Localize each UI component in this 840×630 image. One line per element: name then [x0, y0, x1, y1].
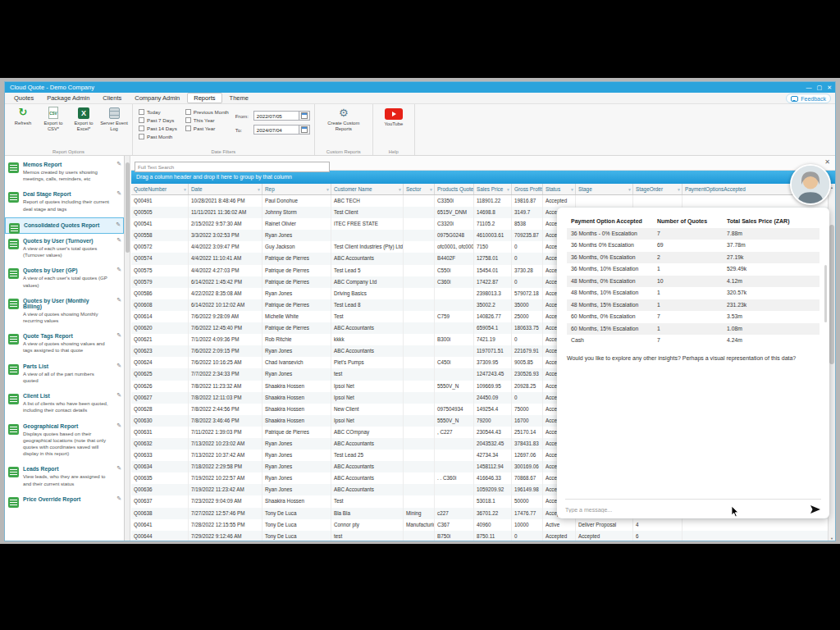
filter-funnel-icon[interactable]: ▼	[570, 184, 574, 194]
ribbon-button-export-to-csv[interactable]: CSVExport to CSV*	[39, 107, 67, 132]
sidebar-item-quotes-by-user-monthly-billing[interactable]: Quotes by User (Monthly Billing)✎A view …	[5, 294, 124, 329]
edit-pencil-icon[interactable]: ✎	[116, 332, 121, 339]
create-custom-reports-button[interactable]: ⚙ Create Custom Reports	[319, 107, 368, 132]
sidebar-item-geographical-report[interactable]: Geographical Report✎Displays quotes base…	[5, 419, 124, 463]
group-by-bar[interactable]: Drag a column header and drop it here to…	[131, 171, 835, 184]
table-cell: Q00635	[131, 472, 189, 484]
to-calendar-button[interactable]	[299, 125, 310, 135]
column-header-stageorder[interactable]: StageOrder▼	[633, 184, 682, 194]
from-date-input[interactable]: 2022/07/05	[253, 111, 299, 121]
close-icon[interactable]: ✕	[827, 82, 832, 93]
filter-funnel-icon[interactable]: ▼	[506, 184, 510, 194]
sidebar-item-quote-tags-report[interactable]: Quote Tags Report✎A view of quotes showi…	[5, 329, 124, 358]
filter-funnel-icon[interactable]: ▼	[398, 184, 402, 194]
sidebar-scrollbar[interactable]	[125, 156, 130, 541]
menu-tab-theme[interactable]: Theme	[224, 94, 254, 103]
filter-checkbox-past-month[interactable]: Past Month	[139, 134, 177, 139]
sidebar-item-parts-list[interactable]: Parts List✎A view of all of the part num…	[5, 359, 124, 389]
from-calendar-button[interactable]	[299, 111, 310, 121]
ribbon-button-refresh[interactable]: ↻Refresh	[9, 107, 37, 132]
sidebar-item-price-override-report[interactable]: Price Override Report✎	[5, 492, 124, 507]
sidebar-item-quotes-by-user-gp[interactable]: Quotes by User (GP)✎A view of each user'…	[5, 263, 124, 293]
edit-pencil-icon[interactable]: ✎	[116, 363, 121, 369]
sidebar-item-quotes-by-user-turnover[interactable]: Quotes by User (Turnover)✎A view of each…	[5, 234, 124, 263]
edit-pencil-icon[interactable]: ✎	[116, 221, 121, 228]
sidebar-item-memos-report[interactable]: Memos Report✎Memos created by users show…	[5, 158, 124, 187]
youtube-button[interactable]: YouTube	[377, 107, 410, 127]
filter-funnel-icon[interactable]: ▼	[628, 184, 632, 194]
filter-checkbox-previous-month[interactable]: Previous Month	[185, 109, 229, 115]
column-header-date[interactable]: Date▼	[189, 184, 262, 194]
column-header-gross-profit[interactable]: Gross Profit▼	[512, 184, 543, 194]
filter-checkbox-past-year[interactable]: Past Year	[185, 126, 229, 131]
to-date-input[interactable]: 2024/07/04	[253, 125, 299, 135]
table-row[interactable]: Q006447/29/2022 9:12:46 AMTony De Lucate…	[131, 531, 828, 541]
edit-pencil-icon[interactable]: ✎	[116, 267, 121, 273]
table-cell	[404, 207, 435, 218]
minimize-icon[interactable]: —	[806, 82, 812, 93]
edit-pencil-icon[interactable]: ✎	[116, 237, 121, 244]
chat-message-input[interactable]	[565, 507, 808, 513]
edit-pencil-icon[interactable]: ✎	[116, 297, 121, 304]
column-header-stage[interactable]: Stage▼	[576, 184, 633, 194]
table-cell: Test Lead 8	[331, 299, 404, 311]
send-message-icon[interactable]	[808, 504, 821, 514]
edit-pencil-icon[interactable]: ✎	[116, 422, 121, 429]
filter-funnel-icon[interactable]: ▼	[429, 184, 433, 194]
edit-pencil-icon[interactable]: ✎	[116, 161, 121, 167]
menu-tab-quotes[interactable]: Quotes	[8, 94, 39, 103]
filter-checkbox-past-14-days[interactable]: Past 14 Days	[139, 126, 177, 131]
chat-input-row	[565, 499, 821, 514]
filter-funnel-icon[interactable]: ▼	[537, 184, 541, 194]
table-cell: 70868.67	[512, 472, 543, 484]
filter-funnel-icon[interactable]: ▼	[468, 184, 472, 194]
sidebar-scroll-thumb[interactable]	[126, 162, 130, 253]
edit-pencil-icon[interactable]: ✎	[116, 495, 121, 502]
table-row[interactable]: Q006417/28/2022 12:15:55 PMTony De LucaC…	[131, 519, 828, 531]
filter-checkbox-today[interactable]: Today	[139, 109, 177, 115]
maximize-icon[interactable]: ▢	[817, 82, 823, 93]
edit-pencil-icon[interactable]: ✎	[116, 190, 121, 197]
column-header-rep[interactable]: Rep▼	[262, 184, 331, 194]
menu-tab-reports[interactable]: Reports	[187, 93, 221, 103]
filter-checkbox-past-7-days[interactable]: Past 7 Days	[139, 117, 177, 123]
filter-checkbox-this-year[interactable]: This Year	[185, 117, 229, 123]
column-header-label: QuoteNumber	[134, 186, 167, 192]
sidebar-item-client-list[interactable]: Client List✎A list of clients who have b…	[5, 389, 124, 418]
column-header-sales-price[interactable]: Sales Price▼	[474, 184, 512, 194]
checkbox-label: This Year	[194, 117, 215, 123]
table-cell	[404, 241, 435, 253]
assistant-avatar[interactable]	[790, 164, 831, 205]
grid-scroll-thumb[interactable]	[829, 225, 834, 364]
sidebar-item-leads-report[interactable]: Leads Report✎View leads, who they are as…	[5, 462, 124, 491]
column-header-sector[interactable]: Sector▼	[404, 184, 435, 194]
edit-pencil-icon[interactable]: ✎	[116, 392, 121, 399]
column-header-quotenumber[interactable]: QuoteNumber▼	[131, 184, 189, 194]
column-header-status[interactable]: Status▼	[543, 184, 576, 194]
filter-funnel-icon[interactable]: ▼	[677, 184, 681, 194]
filter-funnel-icon[interactable]: ▼	[183, 184, 187, 194]
table-row[interactable]: Q0049110/28/2021 8:48:46 PMPaul DonohueA…	[131, 195, 828, 207]
report-options-buttons: ↻RefreshCSVExport to CSV*XExport to Exce…	[9, 107, 128, 132]
feedback-button[interactable]: Feedback	[786, 94, 831, 103]
chat-scrollbar[interactable]	[824, 265, 827, 322]
column-header-customer-name[interactable]: Customer Name▼	[331, 184, 404, 194]
chat-table-cell: 36 Months 0% Escalation	[567, 240, 653, 251]
column-header-products-quoted[interactable]: Products Quoted▼	[435, 184, 474, 194]
menu-tab-company-admin[interactable]: Company Admin	[129, 94, 185, 103]
title-bar[interactable]: Cloud Quote - Demo Company — ▢ ✕	[5, 82, 835, 93]
scroll-down-icon[interactable]: ▼	[829, 535, 835, 541]
chat-summary-table: Payment Option AcceptedNumber of QuotesT…	[567, 216, 819, 347]
ribbon-button-export-to-excel[interactable]: XExport to Excel*	[70, 107, 98, 132]
chat-table-cell: 1.08m	[723, 323, 819, 335]
filter-funnel-icon[interactable]: ▼	[257, 184, 261, 194]
filter-funnel-icon[interactable]: ▼	[326, 184, 330, 194]
menu-tab-package-admin[interactable]: Package Admin	[41, 94, 95, 103]
menu-tab-clients[interactable]: Clients	[97, 94, 127, 103]
report-close-icon[interactable]: ✕	[824, 158, 830, 166]
sidebar-item-deal-stage-report[interactable]: Deal Stage Report✎Report of quotes inclu…	[5, 187, 124, 217]
table-cell: Ipsoi Net	[331, 392, 404, 404]
ribbon-button-server-event-log[interactable]: Server Event Log	[100, 107, 128, 132]
edit-pencil-icon[interactable]: ✎	[116, 465, 121, 472]
sidebar-item-consolidated-quotes-report[interactable]: Consolidated Quotes Report✎	[5, 217, 124, 234]
